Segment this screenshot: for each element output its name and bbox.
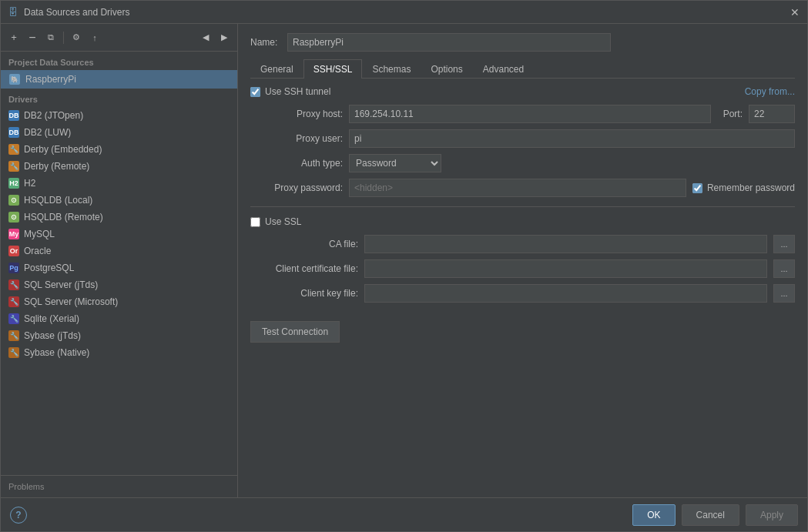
cancel-button[interactable]: Cancel xyxy=(682,504,739,526)
datasource-name: RaspberryPi xyxy=(25,74,76,85)
driver-item-sybase-native[interactable]: 🔧 Sybase (Native) xyxy=(1,344,237,361)
main-content: + − ⧉ ⚙ ↑ ◀ ▶ Project Data Sources 🐘 Ras… xyxy=(1,24,807,497)
client-key-input[interactable] xyxy=(364,284,767,303)
proxy-user-input[interactable] xyxy=(349,129,795,148)
drivers-label: Drivers xyxy=(1,89,237,107)
sqlite-xerial-icon: 🔧 xyxy=(8,313,19,324)
tab-options[interactable]: Options xyxy=(421,59,472,79)
add-datasource-button[interactable]: + xyxy=(5,29,22,46)
proxy-host-label: Proxy host: xyxy=(250,109,343,119)
mysql-icon: My xyxy=(8,229,19,239)
close-button[interactable]: ✕ xyxy=(789,6,801,18)
driver-item-derby-remote[interactable]: 🔧 Derby (Remote) xyxy=(1,158,237,175)
project-sources-label: Project Data Sources xyxy=(1,52,237,70)
title-bar: 🗄 Data Sources and Drivers ✕ xyxy=(1,1,807,24)
ca-file-browse-button[interactable]: ... xyxy=(773,235,795,253)
tab-schemas[interactable]: Schemas xyxy=(362,59,421,79)
ca-file-label: CA file: xyxy=(250,239,358,249)
name-label: Name: xyxy=(250,37,281,48)
proxy-password-row: Proxy password: Remember password xyxy=(250,179,795,197)
remember-password-row: Remember password xyxy=(692,182,795,193)
auth-type-row: Auth type: Password Key pair OpenSSH xyxy=(250,154,795,172)
proxy-host-input[interactable] xyxy=(349,105,711,123)
driver-item-sqlserver-microsoft[interactable]: 🔧 SQL Server (Microsoft) xyxy=(1,293,237,310)
driver-item-hsqldb-remote[interactable]: ⊙ HSQLDB (Remote) xyxy=(1,209,237,226)
duplicate-datasource-button[interactable]: ⧉ xyxy=(42,29,59,46)
hsqldb-local-icon: ⊙ xyxy=(8,195,19,206)
sqlserver-jtds-icon: 🔧 xyxy=(8,279,19,290)
help-button[interactable]: ? xyxy=(10,507,27,524)
port-label: Port: xyxy=(723,109,743,119)
use-ssl-row: Use SSL xyxy=(250,216,795,227)
tab-general[interactable]: General xyxy=(250,59,303,79)
test-connection-button[interactable]: Test Connection xyxy=(250,321,340,343)
ca-file-input[interactable] xyxy=(364,235,767,253)
bottom-buttons: OK Cancel Apply xyxy=(632,504,798,526)
auth-type-select[interactable]: Password Key pair OpenSSH xyxy=(349,154,441,172)
divider xyxy=(250,206,795,207)
h2-icon: H2 xyxy=(8,178,19,189)
problems-label: Problems xyxy=(8,482,44,491)
left-toolbar: + − ⧉ ⚙ ↑ ◀ ▶ xyxy=(1,24,237,52)
remember-password-label: Remember password xyxy=(707,182,795,193)
client-cert-label: Client certificate file: xyxy=(250,263,358,274)
datasource-item-raspberrypi[interactable]: 🐘 RaspberryPi xyxy=(1,70,237,89)
nav-right-button[interactable]: ▶ xyxy=(216,29,233,46)
client-key-label: Client key file: xyxy=(250,288,358,299)
driver-item-postgresql[interactable]: Pg PostgreSQL xyxy=(1,259,237,276)
proxy-password-input[interactable] xyxy=(349,179,686,197)
proxy-host-row: Proxy host: Port: xyxy=(250,105,795,123)
import-datasource-button[interactable]: ↑ xyxy=(86,29,103,46)
driver-item-db2-jtopen[interactable]: DB DB2 (JTOpen) xyxy=(1,107,237,124)
name-row: Name: xyxy=(250,33,795,52)
use-ssh-tunnel-checkbox[interactable] xyxy=(250,87,260,97)
password-field-group: Remember password xyxy=(349,179,795,197)
client-cert-input[interactable] xyxy=(364,259,767,278)
client-cert-row: Client certificate file: ... xyxy=(250,259,795,278)
use-ssh-tunnel-row: Use SSH tunnel xyxy=(250,86,330,97)
driver-item-sybase-jtds[interactable]: 🔧 Sybase (jTds) xyxy=(1,327,237,344)
auth-type-wrapper: Password Key pair OpenSSH xyxy=(349,154,795,172)
copy-from-link[interactable]: Copy from... xyxy=(745,86,795,97)
tabs-bar: General SSH/SSL Schemas Options Advanced xyxy=(250,59,795,79)
client-key-browse-button[interactable]: ... xyxy=(773,284,795,303)
advanced-tab-label: Advanced xyxy=(483,64,524,75)
left-panel: + − ⧉ ⚙ ↑ ◀ ▶ Project Data Sources 🐘 Ras… xyxy=(1,24,238,497)
client-cert-browse-button[interactable]: ... xyxy=(773,259,795,278)
driver-item-hsqldb-local[interactable]: ⊙ HSQLDB (Local) xyxy=(1,192,237,209)
sybase-jtds-icon: 🔧 xyxy=(8,330,19,341)
ssh-content: Use SSH tunnel Copy from... Proxy host: … xyxy=(250,86,795,488)
tab-advanced[interactable]: Advanced xyxy=(473,59,534,79)
postgresql-icon: Pg xyxy=(8,263,19,273)
derby-embedded-icon: 🔧 xyxy=(8,144,19,155)
apply-button[interactable]: Apply xyxy=(746,504,798,526)
port-input[interactable] xyxy=(749,105,795,123)
driver-item-oracle[interactable]: Or Oracle xyxy=(1,243,237,259)
sqlserver-microsoft-icon: 🔧 xyxy=(8,296,19,307)
use-ssl-label: Use SSL xyxy=(265,216,301,227)
use-ssl-checkbox[interactable] xyxy=(250,217,260,227)
db2-jtopen-icon: DB xyxy=(8,110,19,121)
proxy-user-label: Proxy user: xyxy=(250,133,343,144)
driver-item-sqlite-xerial[interactable]: 🔧 Sqlite (Xerial) xyxy=(1,310,237,327)
driver-item-mysql[interactable]: My MySQL xyxy=(1,226,237,243)
driver-item-h2[interactable]: H2 H2 xyxy=(1,175,237,192)
nav-left-button[interactable]: ◀ xyxy=(197,29,214,46)
config-datasource-button[interactable]: ⚙ xyxy=(68,29,85,46)
ssh-tunnel-header-row: Use SSH tunnel Copy from... xyxy=(250,86,795,97)
remember-password-checkbox[interactable] xyxy=(692,183,702,193)
drivers-list: DB DB2 (JTOpen) DB DB2 (LUW) 🔧 Derby (Em… xyxy=(1,107,237,475)
name-input[interactable] xyxy=(287,33,611,52)
window-icon: 🗄 xyxy=(7,6,19,18)
remove-datasource-button[interactable]: − xyxy=(24,29,41,46)
right-panel: Name: General SSH/SSL Schemas Options xyxy=(238,24,807,497)
main-window: 🗄 Data Sources and Drivers ✕ + − ⧉ ⚙ ↑ ◀… xyxy=(0,0,808,532)
ok-button[interactable]: OK xyxy=(632,504,675,526)
problems-section[interactable]: Problems xyxy=(1,475,237,497)
driver-item-derby-embedded[interactable]: 🔧 Derby (Embedded) xyxy=(1,141,237,158)
toolbar-separator xyxy=(63,32,64,44)
use-ssh-tunnel-label: Use SSH tunnel xyxy=(265,86,330,97)
driver-item-sqlserver-jtds[interactable]: 🔧 SQL Server (jTds) xyxy=(1,276,237,293)
driver-item-db2-luw[interactable]: DB DB2 (LUW) xyxy=(1,124,237,141)
tab-ssh-ssl[interactable]: SSH/SSL xyxy=(303,59,363,79)
